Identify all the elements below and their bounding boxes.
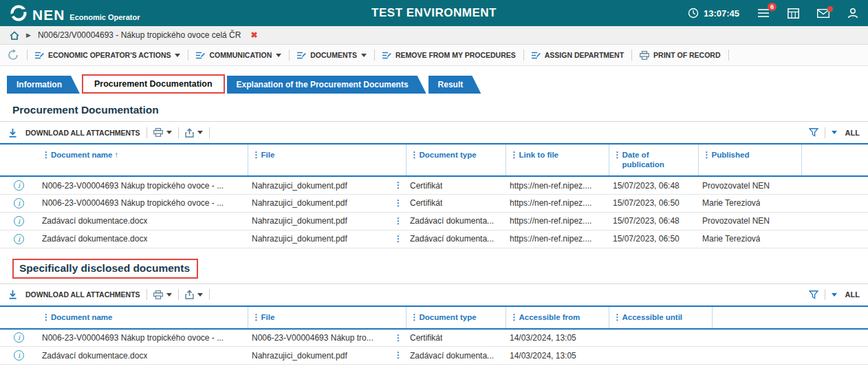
column-menu-icon[interactable]: ⋮: [42, 312, 51, 322]
tab-explanation-of-the-procurement-documents[interactable]: Explanation of the Procurement Documents: [227, 76, 426, 94]
breadcrumb: ▶ N006/23/V00004693 - Nákup tropického o…: [0, 26, 868, 45]
chevron-down-icon: [175, 54, 180, 57]
column-header-file[interactable]: ⋮File: [248, 144, 406, 176]
divider: [825, 289, 825, 300]
cell-file: Nahrazujici_dokument.pdf⋮: [248, 176, 406, 194]
user-profile-button[interactable]: [847, 8, 858, 19]
cell-file: N006-23-V00004693 Nákup tro...⋮: [248, 329, 406, 347]
column-label: Document name: [51, 312, 242, 322]
cell-document-type: Zadávací dokumenta...: [406, 347, 506, 365]
table-row[interactable]: iZadávací dokumentace.docxNahrazujici_do…: [0, 347, 868, 365]
column-header-date-of-publication[interactable]: ⋮Date of publication: [609, 144, 698, 176]
download-all-attachments-button[interactable]: DOWNLOAD ALL ATTACHMENTS: [8, 290, 140, 299]
download-icon: [8, 128, 17, 138]
info-icon[interactable]: i: [14, 350, 24, 361]
table-row[interactable]: iN006-23-V00004693 Nákup tropického ovoc…: [0, 176, 868, 194]
chevron-down-icon: [166, 131, 172, 134]
cell-document-type: Certifikát: [406, 329, 506, 347]
toolbar-assign-department[interactable]: ASSIGN DEPARTMENT: [530, 51, 625, 59]
cell-file: Nahrazujici_dokument.pdf⋮: [248, 212, 406, 230]
toolbar-economic-operator-s-actions[interactable]: ECONOMIC OPERATOR'S ACTIONS: [34, 51, 182, 59]
row-menu-icon[interactable]: ⋮: [394, 216, 402, 226]
column-menu-icon[interactable]: ⋮: [614, 312, 622, 322]
column-menu-icon[interactable]: ⋮: [510, 150, 519, 160]
column-menu-icon[interactable]: ⋮: [614, 150, 622, 160]
info-icon[interactable]: i: [14, 180, 24, 191]
printer-icon: [153, 290, 163, 299]
export-icon: [185, 290, 194, 299]
table-row[interactable]: iN006-23-V00004693 Nákup tropického ovoc…: [0, 329, 868, 347]
section-title: Specifically disclosed documents: [12, 259, 868, 279]
toolbar-communication[interactable]: COMMUNICATION: [195, 51, 283, 59]
toolbar-action-label: COMMUNICATION: [209, 51, 272, 59]
tab-procurement-documentation[interactable]: Procurement Documentation: [82, 74, 225, 94]
cell-published: Provozovatel NEN: [698, 176, 801, 194]
row-menu-icon[interactable]: ⋮: [394, 350, 402, 360]
column-menu-icon[interactable]: ⋮: [411, 150, 420, 160]
toolbar-print-of-record[interactable]: PRINT OF RECORD: [638, 51, 721, 60]
column-menu-icon[interactable]: ⋮: [42, 150, 51, 160]
row-menu-icon[interactable]: ⋮: [394, 333, 402, 343]
table-row[interactable]: iN006-23-V00004693 Nákup tropického ovoc…: [0, 194, 868, 212]
column-menu-icon[interactable]: ⋮: [703, 150, 712, 160]
tasks-menu-button[interactable]: 6: [757, 8, 770, 18]
action-lines-icon: [196, 52, 205, 59]
filter-icon[interactable]: [809, 290, 818, 299]
toolbar-documents[interactable]: DOCUMENTS: [296, 51, 368, 59]
info-icon[interactable]: i: [14, 234, 24, 244]
info-icon[interactable]: i: [14, 332, 24, 343]
column-header-file[interactable]: ⋮File: [248, 307, 406, 329]
cell-document-type: Certifikát: [406, 194, 506, 212]
table-row[interactable]: iZadávací dokumentace.docxNahrazujici_do…: [0, 230, 868, 248]
print-grid-button[interactable]: [153, 290, 172, 299]
current-time: 13:07:45: [704, 8, 739, 19]
refresh-icon[interactable]: [7, 49, 19, 61]
messages-button[interactable]: [817, 9, 829, 18]
column-header-accessible-from[interactable]: ⋮Accessible from: [506, 307, 609, 329]
tab-information[interactable]: Information: [7, 76, 80, 94]
chevron-down-icon: [832, 293, 837, 297]
column-header-accessible-until[interactable]: ⋮Accessible until: [609, 307, 712, 329]
tab-result[interactable]: Result: [428, 76, 481, 94]
column-header-link-to-file[interactable]: ⋮Link to file: [506, 144, 609, 176]
export-icon: [185, 128, 194, 138]
column-header-document-type[interactable]: ⋮Document type: [406, 144, 506, 176]
column-menu-icon[interactable]: ⋮: [252, 150, 261, 160]
filler-cell: [801, 176, 868, 194]
row-menu-icon[interactable]: ⋮: [394, 234, 402, 244]
print-grid-button[interactable]: [153, 128, 172, 137]
column-menu-icon[interactable]: ⋮: [510, 312, 519, 322]
column-header-published[interactable]: ⋮Published: [698, 144, 801, 176]
nen-logo[interactable]: NEN Economic Operator: [10, 4, 140, 22]
filter-icon[interactable]: [809, 128, 818, 137]
cell-document-type: Certifikát: [406, 176, 506, 194]
row-menu-icon[interactable]: ⋮: [394, 180, 402, 190]
export-grid-button[interactable]: [185, 128, 203, 138]
column-menu-icon[interactable]: ⋮: [411, 312, 420, 322]
info-icon[interactable]: i: [14, 216, 24, 226]
grid-view-selector[interactable]: ALL: [832, 290, 860, 299]
toolbar-action-label: PRINT OF RECORD: [653, 51, 720, 59]
column-menu-icon[interactable]: ⋮: [252, 312, 261, 322]
table-row[interactable]: iZadávací dokumentace.docxNahrazujici_do…: [0, 212, 868, 230]
divider: [147, 289, 147, 300]
toolbar-remove-from-my-procedures[interactable]: REMOVE FROM MY PROCEDURES: [381, 51, 517, 59]
row-menu-icon[interactable]: ⋮: [394, 198, 402, 208]
info-icon[interactable]: i: [14, 198, 24, 208]
divider: [188, 50, 188, 61]
grid-view-selector[interactable]: ALL: [832, 129, 860, 137]
cell-accessible-until: [609, 329, 712, 347]
home-icon[interactable]: [10, 31, 19, 40]
column-header-document-type[interactable]: ⋮Document type: [406, 307, 506, 329]
cell-accessible-from: 14/03/2024, 13:05: [506, 347, 609, 365]
filler-cell: [712, 347, 868, 365]
modules-grid-button[interactable]: [788, 8, 799, 19]
export-grid-button[interactable]: [185, 290, 203, 299]
close-record-icon[interactable]: ✖: [250, 30, 257, 40]
breadcrumb-record-title[interactable]: N006/23/V00004693 - Nákup tropického ovo…: [38, 30, 241, 40]
download-all-attachments-button[interactable]: DOWNLOAD ALL ATTACHMENTS: [8, 128, 140, 138]
column-header-document-name[interactable]: ⋮Document name: [38, 307, 248, 329]
chevron-down-icon: [166, 293, 172, 297]
menu-list-icon: [757, 8, 770, 18]
column-header-document-name[interactable]: ⋮Document name↑: [38, 144, 248, 176]
